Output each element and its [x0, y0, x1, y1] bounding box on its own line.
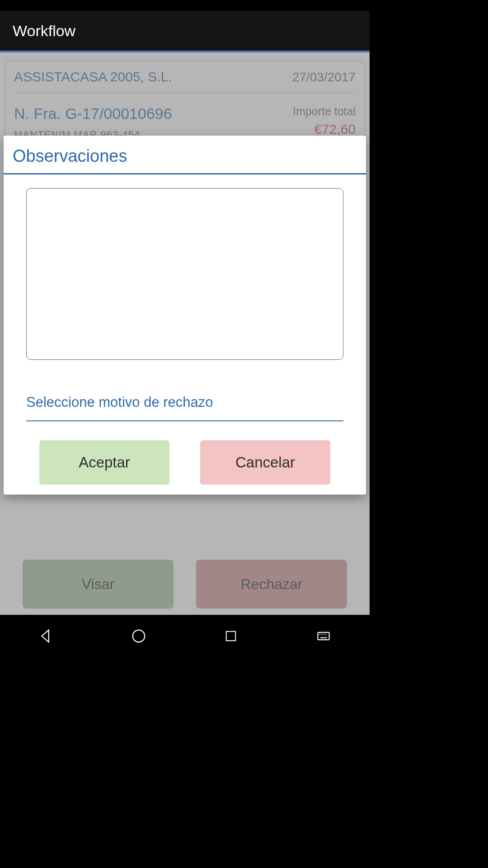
back-icon[interactable] [37, 627, 56, 646]
svg-point-0 [132, 630, 145, 642]
dialog-divider [4, 173, 366, 175]
observaciones-textarea[interactable] [26, 188, 343, 360]
status-bar [0, 0, 370, 11]
system-nav-bar [0, 615, 370, 657]
observaciones-dialog: Observaciones Seleccione motivo de recha… [4, 136, 366, 495]
svg-rect-1 [226, 632, 235, 641]
keyboard-icon[interactable] [314, 627, 333, 646]
recents-icon[interactable] [221, 627, 240, 646]
dialog-buttons: Aceptar Cancelar [13, 440, 357, 485]
cancelar-button[interactable]: Cancelar [200, 440, 330, 485]
reject-reason-select[interactable]: Seleccione motivo de rechazo [26, 394, 343, 421]
svg-rect-2 [318, 632, 329, 640]
aceptar-button[interactable]: Aceptar [39, 440, 169, 485]
dialog-title: Observaciones [13, 145, 357, 166]
appbar-title: Workflow [13, 22, 75, 40]
app-bar: Workflow [0, 11, 370, 51]
screen: Workflow ASSISTACASA 2005, S.L. 27/03/20… [0, 0, 370, 657]
home-icon[interactable] [129, 627, 148, 646]
